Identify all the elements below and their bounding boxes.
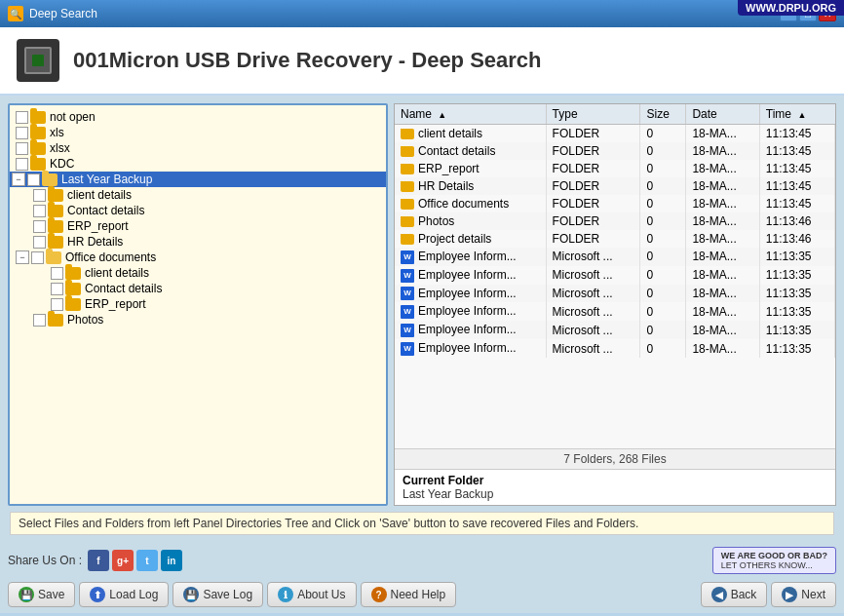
table-row[interactable]: HR DetailsFOLDER018-MA...11:13:45 bbox=[395, 177, 835, 195]
checkbox-hr-details[interactable] bbox=[33, 236, 46, 249]
tree-item-xlsx[interactable]: xlsx bbox=[10, 140, 386, 156]
file-type-cell: FOLDER bbox=[546, 195, 640, 212]
toggle-last-year-backup[interactable]: − bbox=[12, 173, 25, 186]
file-time-cell: 11:13:45 bbox=[759, 142, 834, 160]
tree-item-od-contact[interactable]: Contact details bbox=[10, 281, 386, 296]
checkbox-last-year-backup[interactable] bbox=[27, 173, 40, 186]
table-row[interactable]: ERP_reportFOLDER018-MA...11:13:45 bbox=[395, 160, 835, 177]
panels-row: not open xls xlsx bbox=[8, 103, 836, 506]
file-time-cell: 11:13:35 bbox=[759, 285, 834, 303]
file-name-cell: WEmployee Inform... bbox=[395, 339, 546, 358]
table-row[interactable]: WEmployee Inform...Microsoft ...018-MA..… bbox=[395, 302, 835, 321]
file-type-cell: FOLDER bbox=[546, 212, 640, 230]
file-type-cell: Microsoft ... bbox=[546, 266, 640, 285]
file-name-cell: Photos bbox=[395, 212, 546, 230]
checkbox-od-contact[interactable] bbox=[51, 283, 63, 295]
back-button[interactable]: ◀ Back bbox=[701, 582, 768, 607]
col-name[interactable]: Name ▲ bbox=[395, 104, 546, 125]
table-row[interactable]: Contact detailsFOLDER018-MA...11:13:45 bbox=[395, 142, 835, 160]
col-date[interactable]: Date bbox=[686, 104, 759, 125]
table-row[interactable]: client detailsFOLDER018-MA...11:13:45 bbox=[395, 125, 835, 143]
tree-scroll[interactable]: not open xls xlsx bbox=[10, 105, 386, 504]
google-button[interactable]: g+ bbox=[112, 550, 134, 571]
checkbox-office-docs[interactable] bbox=[31, 251, 44, 264]
tree-item-od-erp[interactable]: ERP_report bbox=[10, 296, 386, 312]
table-row[interactable]: WEmployee Inform...Microsoft ...018-MA..… bbox=[395, 248, 835, 266]
table-row[interactable]: WEmployee Inform...Microsoft ...018-MA..… bbox=[395, 339, 835, 358]
linkedin-button[interactable]: in bbox=[161, 550, 182, 571]
checkbox-contact-details[interactable] bbox=[33, 205, 46, 217]
title-bar-left: 🔍 Deep Search bbox=[8, 6, 97, 21]
next-button[interactable]: ▶ Next bbox=[771, 582, 836, 607]
toggle-office-docs[interactable]: − bbox=[16, 250, 29, 264]
folder-icon-od-erp bbox=[65, 298, 81, 311]
social-icons[interactable]: f g+ t in bbox=[88, 550, 182, 571]
table-row[interactable]: Office documentsFOLDER018-MA...11:13:45 bbox=[395, 195, 835, 212]
col-time[interactable]: Time ▲ bbox=[759, 104, 834, 125]
checkbox-not-open[interactable] bbox=[16, 111, 28, 124]
table-row[interactable]: PhotosFOLDER018-MA...11:13:46 bbox=[395, 212, 835, 230]
right-panel: Name ▲ Type Size Date Time ▲ client deta… bbox=[394, 103, 836, 506]
file-table-body: client detailsFOLDER018-MA...11:13:45Con… bbox=[395, 125, 835, 358]
file-date-cell: 18-MA... bbox=[686, 212, 759, 230]
tree-item-not-open[interactable]: not open bbox=[10, 109, 386, 125]
checkbox-xlsx[interactable] bbox=[16, 142, 28, 155]
need-help-button[interactable]: ? Need Help bbox=[361, 582, 457, 607]
tree-item-contact-details[interactable]: Contact details bbox=[10, 203, 386, 218]
folder-icon-od-contact bbox=[65, 283, 81, 295]
checkbox-od-erp[interactable] bbox=[51, 298, 63, 311]
file-size-cell: 0 bbox=[640, 321, 686, 339]
tree-label-office-docs: Office documents bbox=[65, 250, 156, 264]
chip-icon bbox=[17, 39, 59, 82]
tree-item-last-year-backup[interactable]: − Last Year Backup bbox=[10, 172, 386, 187]
file-table-scroll[interactable]: Name ▲ Type Size Date Time ▲ client deta… bbox=[395, 104, 835, 448]
checkbox-xls[interactable] bbox=[16, 127, 28, 139]
tree-item-office-docs[interactable]: − Office documents bbox=[10, 250, 386, 265]
tree-item-erp-report[interactable]: ERP_report bbox=[10, 218, 386, 234]
file-type-cell: Microsoft ... bbox=[546, 321, 640, 339]
col-type[interactable]: Type bbox=[546, 104, 640, 125]
twitter-button[interactable]: t bbox=[136, 550, 158, 571]
file-count-bar: 7 Folders, 268 Files bbox=[395, 448, 835, 469]
chip-inner bbox=[24, 47, 52, 74]
about-us-icon: ℹ bbox=[278, 587, 293, 602]
about-us-button[interactable]: ℹ About Us bbox=[267, 582, 356, 607]
file-time-cell: 11:13:35 bbox=[759, 339, 834, 358]
tree-item-od-client[interactable]: client details bbox=[10, 265, 386, 281]
table-row[interactable]: Project detailsFOLDER018-MA...11:13:46 bbox=[395, 230, 835, 248]
folder-icon-not-open bbox=[30, 111, 46, 124]
folder-icon-client-details bbox=[48, 189, 63, 202]
tree-item-hr-details[interactable]: HR Details bbox=[10, 234, 386, 250]
main-content: not open xls xlsx bbox=[0, 96, 844, 543]
tree-label-not-open: not open bbox=[50, 110, 96, 124]
file-table: Name ▲ Type Size Date Time ▲ client deta… bbox=[395, 104, 835, 358]
tree-item-xls[interactable]: xls bbox=[10, 125, 386, 140]
tree-item-client-details[interactable]: client details bbox=[10, 187, 386, 203]
feedback-button[interactable]: WE ARE GOOD OR BAD? LET OTHERS KNOW... bbox=[712, 547, 836, 574]
tree-label-xlsx: xlsx bbox=[50, 141, 70, 155]
tree-label-contact-details: Contact details bbox=[67, 204, 144, 217]
file-date-cell: 18-MA... bbox=[686, 125, 759, 143]
col-size[interactable]: Size bbox=[640, 104, 686, 125]
need-help-icon: ? bbox=[371, 587, 387, 602]
title-bar: 🔍 Deep Search ─ □ ✕ bbox=[0, 0, 844, 27]
checkbox-photos[interactable] bbox=[33, 314, 46, 327]
file-name-cell: client details bbox=[395, 125, 546, 143]
bottom-area: Share Us On : f g+ t in WE ARE GOOD OR B… bbox=[0, 543, 844, 578]
checkbox-kdc[interactable] bbox=[16, 158, 28, 171]
file-size-cell: 0 bbox=[640, 142, 686, 160]
table-row[interactable]: WEmployee Inform...Microsoft ...018-MA..… bbox=[395, 321, 835, 339]
tree-item-kdc[interactable]: KDC bbox=[10, 156, 386, 172]
checkbox-erp-report[interactable] bbox=[33, 220, 46, 233]
table-row[interactable]: WEmployee Inform...Microsoft ...018-MA..… bbox=[395, 285, 835, 303]
checkbox-client-details[interactable] bbox=[33, 189, 46, 202]
tree-item-photos[interactable]: Photos bbox=[10, 312, 386, 327]
save-label: Save bbox=[38, 588, 64, 601]
facebook-button[interactable]: f bbox=[88, 550, 109, 571]
load-log-button[interactable]: ⬆ Load Log bbox=[79, 582, 169, 607]
save-button[interactable]: 💾 Save bbox=[8, 582, 75, 607]
table-row[interactable]: WEmployee Inform...Microsoft ...018-MA..… bbox=[395, 266, 835, 285]
save-log-button[interactable]: 💾 Save Log bbox=[173, 582, 263, 607]
checkbox-od-client[interactable] bbox=[51, 267, 63, 280]
file-time-cell: 11:13:45 bbox=[759, 125, 834, 143]
